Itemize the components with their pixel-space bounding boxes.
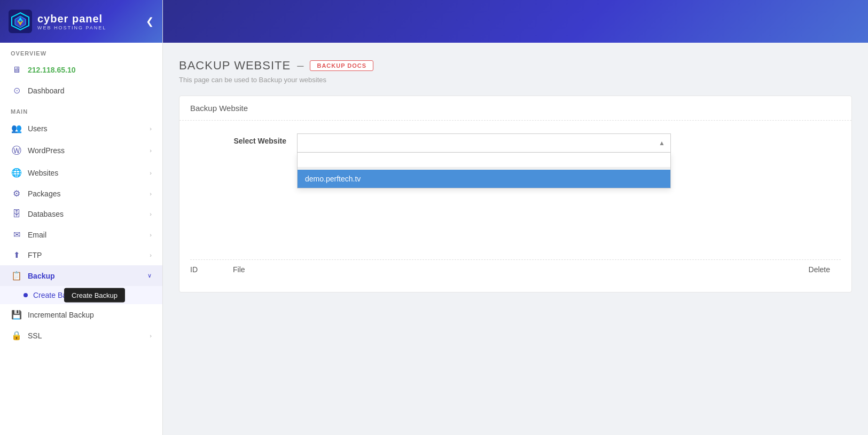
sidebar-ip-value: 212.118.65.10 bbox=[28, 66, 152, 74]
backup-website-card: Backup Website Select Website ▲ bbox=[179, 96, 852, 292]
chevron-right-icon: › bbox=[150, 125, 152, 132]
ssl-icon: 🔒 bbox=[11, 330, 22, 341]
section-label-main: MAIN bbox=[0, 101, 162, 118]
table-col-file: File bbox=[233, 265, 777, 274]
sidebar-item-dashboard[interactable]: ⊙ Dashboard bbox=[0, 80, 162, 101]
sidebar-item-label: SSL bbox=[28, 331, 144, 340]
dashboard-icon: ⊙ bbox=[11, 85, 22, 96]
chevron-right-icon: › bbox=[150, 191, 152, 197]
title-separator: – bbox=[297, 59, 303, 73]
users-icon: 👥 bbox=[11, 123, 22, 133]
packages-icon: ⚙ bbox=[11, 188, 22, 199]
chevron-right-icon: › bbox=[150, 147, 152, 154]
sidebar-item-label: Packages bbox=[28, 189, 144, 198]
main-content: BACKUP WEBSITE – BACKUP DOCS This page c… bbox=[163, 0, 868, 435]
select-arrow-icon: ▲ bbox=[659, 139, 665, 147]
sidebar-item-backup[interactable]: 📋 Backup ∨ bbox=[0, 265, 162, 286]
sidebar-item-label: Databases bbox=[28, 210, 144, 218]
sidebar: cyber panel WEB HOSTING PANEL ❮ OVERVIEW… bbox=[0, 0, 163, 435]
sidebar-item-ip[interactable]: 🖥 212.118.65.10 bbox=[0, 60, 162, 80]
dot-icon bbox=[24, 293, 28, 297]
select-website-label: Select Website bbox=[190, 133, 297, 145]
form-row-website: Select Website ▲ demo.perftech.tv bbox=[190, 133, 841, 153]
sidebar-item-databases[interactable]: 🗄 Databases › bbox=[0, 204, 162, 224]
sidebar-item-label: Backup bbox=[28, 272, 142, 280]
sidebar-item-label: Dashboard bbox=[28, 86, 152, 95]
sidebar-item-users[interactable]: 👥 Users › bbox=[0, 118, 162, 139]
logo-sub: WEB HOSTING PANEL bbox=[37, 25, 106, 30]
sidebar-item-label: WordPress bbox=[28, 146, 144, 155]
sidebar-item-label: Email bbox=[28, 231, 144, 239]
select-website-wrap: ▲ demo.perftech.tv bbox=[297, 133, 671, 153]
logo-area: cyber panel WEB HOSTING PANEL bbox=[9, 10, 106, 33]
logo-main: cyber panel bbox=[37, 13, 106, 25]
chevron-right-icon: › bbox=[150, 232, 152, 238]
sidebar-item-label: Incremental Backup bbox=[28, 311, 152, 319]
sidebar-subitem-create-backup[interactable]: Create Backup Create Backup bbox=[0, 286, 162, 304]
topbar bbox=[163, 0, 868, 43]
sidebar-item-label: FTP bbox=[28, 251, 144, 259]
docs-button[interactable]: BACKUP DOCS bbox=[310, 60, 373, 71]
chevron-right-icon: › bbox=[150, 170, 152, 176]
ftp-icon: ⬆ bbox=[11, 250, 22, 260]
select-website-display[interactable]: ▲ bbox=[297, 133, 671, 153]
sidebar-item-incremental-backup[interactable]: 💾 Incremental Backup bbox=[0, 304, 162, 325]
collapse-button[interactable]: ❮ bbox=[146, 15, 154, 27]
page-title: BACKUP WEBSITE bbox=[179, 59, 291, 73]
card-body: Select Website ▲ demo.perftech.tv bbox=[179, 121, 851, 292]
table-header: ID File Delete bbox=[190, 259, 841, 279]
chevron-down-icon: ∨ bbox=[147, 272, 152, 279]
chevron-right-icon: › bbox=[150, 252, 152, 258]
wordpress-icon: Ⓦ bbox=[11, 144, 22, 157]
sidebar-item-wordpress[interactable]: Ⓦ WordPress › bbox=[0, 139, 162, 162]
dropdown-panel: demo.perftech.tv bbox=[297, 153, 671, 188]
incremental-backup-icon: 💾 bbox=[11, 310, 22, 320]
table-col-delete: Delete bbox=[777, 265, 830, 274]
chevron-right-icon: › bbox=[150, 211, 152, 217]
database-icon: 🗄 bbox=[11, 209, 22, 219]
section-label-overview: OVERVIEW bbox=[0, 43, 162, 60]
page-header: BACKUP WEBSITE – BACKUP DOCS bbox=[179, 59, 852, 73]
globe-icon: 🌐 bbox=[11, 168, 22, 178]
sidebar-item-email[interactable]: ✉ Email › bbox=[0, 224, 162, 245]
logo-text: cyber panel WEB HOSTING PANEL bbox=[37, 13, 106, 30]
sidebar-item-label: Websites bbox=[28, 169, 144, 177]
logo-icon bbox=[9, 10, 32, 33]
sidebar-item-websites[interactable]: 🌐 Websites › bbox=[0, 162, 162, 183]
card-header: Backup Website bbox=[179, 96, 851, 121]
dropdown-search-input[interactable] bbox=[298, 153, 670, 168]
table-col-id: ID bbox=[190, 265, 233, 274]
dropdown-option[interactable]: demo.perftech.tv bbox=[298, 170, 670, 188]
sidebar-item-ssl[interactable]: 🔒 SSL › bbox=[0, 325, 162, 346]
page-subtitle: This page can be used to Backup your web… bbox=[179, 76, 852, 84]
content-area: BACKUP WEBSITE – BACKUP DOCS This page c… bbox=[163, 43, 868, 435]
tooltip-create-backup: Create Backup bbox=[64, 288, 125, 303]
sidebar-item-ftp[interactable]: ⬆ FTP › bbox=[0, 245, 162, 265]
chevron-right-icon: › bbox=[150, 333, 152, 339]
sidebar-header: cyber panel WEB HOSTING PANEL ❮ bbox=[0, 0, 162, 43]
email-icon: ✉ bbox=[11, 230, 22, 240]
sidebar-item-label: Users bbox=[28, 124, 144, 133]
backup-icon: 📋 bbox=[11, 271, 22, 281]
sidebar-item-packages[interactable]: ⚙ Packages › bbox=[0, 183, 162, 204]
monitor-icon: 🖥 bbox=[11, 65, 22, 75]
